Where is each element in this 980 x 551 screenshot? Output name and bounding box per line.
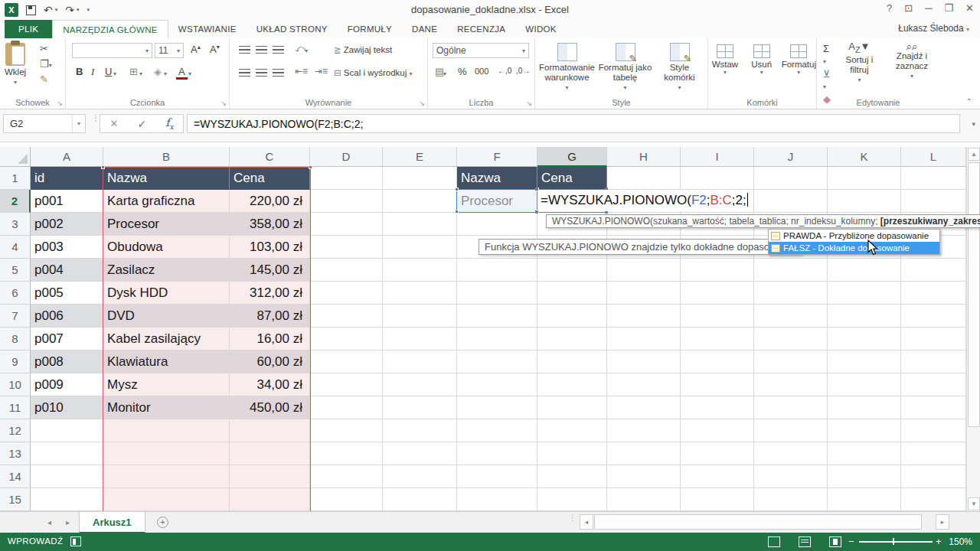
cell-A2[interactable]: p001	[31, 190, 103, 213]
cell-A13[interactable]	[31, 442, 103, 465]
cell-B5[interactable]: Zasilacz	[103, 259, 230, 282]
cell-H5[interactable]	[607, 259, 681, 282]
tab-widok[interactable]: WIDOK	[515, 20, 566, 38]
zoom-slider[interactable]	[859, 541, 933, 543]
cell-E3[interactable]	[383, 213, 457, 236]
cell-H12[interactable]	[607, 419, 681, 442]
cell-B4[interactable]: Obudowa	[103, 236, 230, 259]
cell-F12[interactable]	[457, 419, 537, 442]
paste-button[interactable]: Wklej▾	[5, 43, 26, 87]
merge-center-button[interactable]: ⊟ Scal i wyśrodkuj ▾	[334, 67, 413, 78]
cell-D4[interactable]	[310, 236, 383, 259]
account-name[interactable]: Łukasz Śleboda ▾	[898, 23, 969, 34]
cell-L12[interactable]	[901, 419, 966, 442]
tab-dane[interactable]: DANE	[402, 20, 447, 38]
cell-E2[interactable]	[383, 190, 457, 213]
row-header-10[interactable]: 10	[0, 373, 31, 396]
cell-B6[interactable]: Dysk HDD	[103, 282, 230, 305]
cell-H7[interactable]	[607, 305, 681, 328]
cell-D2[interactable]	[310, 190, 383, 213]
cell-C6[interactable]: 312,00 zł	[230, 282, 310, 305]
cell-L7[interactable]	[901, 305, 966, 328]
cell-L6[interactable]	[901, 282, 966, 305]
page-break-view-icon[interactable]	[829, 536, 841, 547]
cell-K1[interactable]	[828, 167, 901, 190]
cell-A4[interactable]: p003	[31, 236, 103, 259]
cell-A5[interactable]: p004	[31, 259, 103, 282]
cell-A14[interactable]	[31, 465, 103, 488]
row-header-12[interactable]: 12	[0, 419, 31, 442]
cell-C9[interactable]: 60,00 zł	[230, 350, 310, 373]
cell-D8[interactable]	[310, 328, 383, 350]
cell-J2[interactable]	[754, 190, 828, 213]
row-header-13[interactable]: 13	[0, 442, 31, 465]
font-dialog-launcher-icon[interactable]: ↘	[220, 99, 227, 107]
cell-L13[interactable]	[901, 442, 966, 465]
column-header-D[interactable]: D	[310, 147, 383, 167]
font-name-select[interactable]: ▾	[72, 43, 152, 58]
cell-I6[interactable]	[681, 282, 754, 305]
new-sheet-icon[interactable]: +	[157, 517, 168, 528]
fill-color-button[interactable]: ◈	[152, 66, 164, 77]
cell-F6[interactable]	[457, 282, 537, 305]
format-as-table-button[interactable]: Formatuj jako tabelę▾	[597, 43, 654, 95]
row-header-14[interactable]: 14	[0, 465, 31, 488]
column-header-J[interactable]: J	[754, 147, 828, 167]
cell-L14[interactable]	[901, 465, 966, 488]
column-header-L[interactable]: L	[901, 147, 966, 167]
cell-B12[interactable]	[103, 419, 230, 442]
cell-B8[interactable]: Kabel zasilający	[103, 328, 230, 350]
font-size-select[interactable]: 11▾	[155, 43, 184, 58]
cell-H13[interactable]	[607, 442, 681, 465]
next-sheet-icon[interactable]: ▸	[66, 518, 70, 527]
cell-I1[interactable]	[681, 167, 754, 190]
italic-button[interactable]: I	[89, 66, 96, 78]
cell-L1[interactable]	[901, 167, 966, 190]
cell-B7[interactable]: DVD	[103, 305, 230, 328]
cell-D14[interactable]	[310, 465, 383, 488]
decrease-decimal-button[interactable]: ,0→	[514, 67, 532, 75]
cell-L2[interactable]	[901, 190, 966, 213]
zoom-out-icon[interactable]: −	[848, 536, 854, 547]
cell-C5[interactable]: 145,00 zł	[230, 259, 310, 282]
row-header-3[interactable]: 3	[0, 213, 31, 236]
cell-H10[interactable]	[607, 373, 681, 396]
cell-F9[interactable]	[457, 350, 537, 373]
cell-B15[interactable]	[103, 488, 230, 511]
cell-K8[interactable]	[828, 328, 901, 350]
comma-style-button[interactable]: 000	[472, 67, 491, 76]
cell-B11[interactable]: Monitor	[103, 396, 230, 419]
align-right-icon[interactable]	[273, 69, 284, 77]
cell-E4[interactable]	[383, 236, 457, 259]
cell-D10[interactable]	[310, 373, 383, 396]
cell-K6[interactable]	[828, 282, 901, 305]
cell-J1[interactable]	[754, 167, 828, 190]
align-bottom-icon[interactable]	[273, 46, 284, 54]
row-header-5[interactable]: 5	[0, 259, 31, 282]
tab-scrollbar-splitter[interactable]: ⋮	[568, 515, 577, 520]
cell-D3[interactable]	[310, 213, 383, 236]
cell-C3[interactable]: 358,00 zł	[230, 213, 310, 236]
cell-A9[interactable]: p008	[31, 350, 103, 373]
delete-cells-button[interactable]: Usuń▾	[745, 44, 779, 95]
cell-C8[interactable]: 16,00 zł	[230, 328, 310, 350]
format-cells-button[interactable]: Formatuj▾	[782, 44, 816, 95]
cell-F1[interactable]: Nazwa	[457, 167, 537, 190]
cell-G1[interactable]: Cena	[537, 167, 607, 190]
name-box[interactable]: G2▾	[3, 114, 86, 133]
row-header-6[interactable]: 6	[0, 282, 31, 305]
cell-F7[interactable]	[457, 305, 537, 328]
column-header-F[interactable]: F	[457, 147, 537, 167]
cell-C1[interactable]: Cena	[230, 167, 310, 190]
cell-H1[interactable]	[607, 167, 681, 190]
cell-I5[interactable]	[681, 259, 754, 282]
autocomplete-option-2[interactable]: ···FAŁSZ - Dokładne dopasowanie	[769, 242, 939, 254]
cell-A10[interactable]: p009	[31, 373, 103, 396]
cell-B9[interactable]: Klawiatura	[103, 350, 230, 373]
cell-C4[interactable]: 103,00 zł	[230, 236, 310, 259]
grow-font-button[interactable]: A▴	[188, 44, 203, 55]
cell-I10[interactable]	[681, 373, 754, 396]
cell-D15[interactable]	[310, 488, 383, 511]
column-header-E[interactable]: E	[383, 147, 457, 167]
wrap-text-button[interactable]: ≧ Zawijaj tekst	[334, 44, 392, 55]
